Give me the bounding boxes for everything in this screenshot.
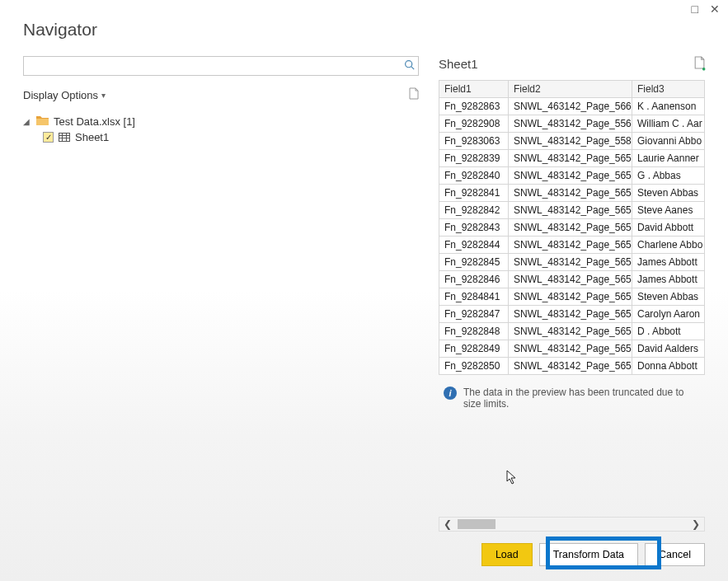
navigator-tree: ◢ Test Data.xlsx [1] ✓ Sheet1 xyxy=(23,114,419,145)
table-row[interactable]: Fn_9282908SNWL_483142_Page_5567William C… xyxy=(439,115,705,133)
column-header[interactable]: Field2 xyxy=(509,81,632,98)
table-cell: Steve Aanes xyxy=(632,202,705,219)
svg-rect-2 xyxy=(59,134,70,142)
table-row[interactable]: Fn_9282863SNWL_463142_Page_5661K . Aanen… xyxy=(439,98,705,115)
table-cell: James Abbott xyxy=(632,271,705,288)
preview-pane: Sheet1 ● Field1Field2Field3 Fn_9282863SN… xyxy=(439,56,705,532)
table-cell: Carolyn Aaron xyxy=(632,306,705,323)
search-icon[interactable] xyxy=(400,59,418,73)
table-cell: David Aalders xyxy=(632,340,705,358)
horizontal-scrollbar[interactable]: ❮ ❯ xyxy=(439,517,705,532)
table-cell: SNWL_483142_Page_5658 xyxy=(509,202,632,219)
table-cell: Fn_9282849 xyxy=(439,340,509,358)
table-row[interactable]: Fn_9282842SNWL_483142_Page_5658Steve Aan… xyxy=(439,202,705,219)
table-cell: Donna Abbott xyxy=(632,358,705,375)
scroll-right-icon[interactable]: ❯ xyxy=(688,518,704,530)
table-cell: K . Aanenson xyxy=(632,98,705,115)
table-cell: G . Abbas xyxy=(632,167,705,185)
table-cell: Steven Abbas xyxy=(632,288,705,306)
tree-root-node[interactable]: ◢ Test Data.xlsx [1] xyxy=(23,114,419,129)
table-row[interactable]: Fn_9282846SNWL_483142_Page_5658James Abb… xyxy=(439,271,705,288)
table-cell: Giovanni Abbo xyxy=(632,133,705,150)
svg-line-1 xyxy=(411,67,413,69)
table-cell: Fn_9282908 xyxy=(439,115,509,133)
mouse-cursor-icon xyxy=(506,470,518,488)
svg-point-0 xyxy=(405,61,411,68)
load-button[interactable]: Load xyxy=(481,543,533,566)
truncation-text: The data in the preview has been truncat… xyxy=(463,387,700,410)
table-cell: Fn_9282847 xyxy=(439,306,509,323)
column-header[interactable]: Field1 xyxy=(439,81,509,98)
table-icon xyxy=(59,133,70,142)
table-cell: Steven Abbas xyxy=(632,185,705,202)
table-cell: James Abbott xyxy=(632,254,705,271)
column-header[interactable]: Field3 xyxy=(632,81,705,98)
display-options-dropdown[interactable]: Display Options ▾ xyxy=(23,89,110,101)
table-cell: William C . Aar xyxy=(632,115,705,133)
table-cell: SNWL_483142_Page_5588 xyxy=(509,133,632,150)
tree-leaf-sheet1[interactable]: ✓ Sheet1 xyxy=(23,129,419,145)
table-cell: SNWL_483142_Page_5658 xyxy=(509,219,632,237)
table-cell: Fn_9282848 xyxy=(439,323,509,340)
table-cell: SNWL_483142_Page_5567 xyxy=(509,115,632,133)
table-row[interactable]: Fn_9282845SNWL_483142_Page_5658James Abb… xyxy=(439,254,705,271)
close-icon[interactable]: ✕ xyxy=(710,3,720,15)
table-cell: SNWL_483142_Page_5658 xyxy=(509,288,632,306)
table-row[interactable]: Fn_9284841SNWL_483142_Page_5658Steven Ab… xyxy=(439,288,705,306)
table-row[interactable]: Fn_9282843SNWL_483142_Page_5658David Abb… xyxy=(439,219,705,237)
table-row[interactable]: Fn_9283063SNWL_483142_Page_5588Giovanni … xyxy=(439,133,705,150)
dialog-title: Navigator xyxy=(23,20,97,40)
search-input[interactable] xyxy=(24,59,400,74)
scroll-thumb[interactable] xyxy=(458,519,496,529)
table-cell: Fn_9282840 xyxy=(439,167,509,185)
info-icon: i xyxy=(444,387,457,400)
scroll-left-icon[interactable]: ❮ xyxy=(439,518,456,530)
preview-table: Field1Field2Field3 Fn_9282863SNWL_463142… xyxy=(439,80,705,375)
table-cell: SNWL_463142_Page_5661 xyxy=(509,98,632,115)
table-row[interactable]: Fn_9282849SNWL_483142_Page_5659David Aal… xyxy=(439,340,705,358)
tree-leaf-label: Sheet1 xyxy=(75,131,109,143)
table-cell: SNWL_483142_Page_5658 xyxy=(509,150,632,167)
display-options-label: Display Options xyxy=(23,89,98,101)
table-cell: D . Abbott xyxy=(632,323,705,340)
checkbox-checked-icon[interactable]: ✓ xyxy=(43,132,54,143)
table-cell: Fn_9282839 xyxy=(439,150,509,167)
table-row[interactable]: Fn_9282841SNWL_483142_Page_5658Steven Ab… xyxy=(439,185,705,202)
maximize-icon[interactable]: □ xyxy=(692,3,698,15)
table-cell: SNWL_483142_Page_5659 xyxy=(509,323,632,340)
collapse-icon: ◢ xyxy=(23,117,31,126)
table-cell: Fn_9282841 xyxy=(439,185,509,202)
table-cell: SNWL_483142_Page_5658 xyxy=(509,185,632,202)
chevron-down-icon: ▾ xyxy=(101,91,110,100)
table-cell: SNWL_483142_Page_5658 xyxy=(509,237,632,254)
table-row[interactable]: Fn_9282847SNWL_483142_Page_5659Carolyn A… xyxy=(439,306,705,323)
transform-data-button[interactable]: Transform Data xyxy=(539,543,638,566)
table-cell: Fn_9282850 xyxy=(439,358,509,375)
table-cell: Fn_9282843 xyxy=(439,219,509,237)
refresh-icon[interactable]: ● xyxy=(693,56,705,72)
table-cell: SNWL_483142_Page_5659 xyxy=(509,306,632,323)
table-cell: Fn_9282845 xyxy=(439,254,509,271)
truncation-notice: i The data in the preview has been trunc… xyxy=(439,387,705,410)
table-cell: Fn_9284841 xyxy=(439,288,509,306)
table-cell: Charlene Abbo xyxy=(632,237,705,254)
cancel-button[interactable]: Cancel xyxy=(645,543,705,566)
table-cell: SNWL_483142_Page_5659 xyxy=(509,358,632,375)
table-cell: SNWL_483142_Page_5658 xyxy=(509,271,632,288)
table-cell: Fn_9283063 xyxy=(439,133,509,150)
table-row[interactable]: Fn_9282839SNWL_483142_Page_5658Laurie Aa… xyxy=(439,150,705,167)
table-cell: Fn_9282844 xyxy=(439,237,509,254)
table-row[interactable]: Fn_9282840SNWL_483142_Page_5658G . Abbas xyxy=(439,167,705,185)
search-box[interactable] xyxy=(23,56,419,76)
preview-title: Sheet1 xyxy=(439,57,478,71)
navigator-left-pane: Display Options ▾ ◢ Test Data.xlsx [1] ✓ xyxy=(23,56,419,532)
folder-icon xyxy=(36,115,49,128)
page-refresh-icon[interactable] xyxy=(408,87,419,102)
table-cell: David Abbott xyxy=(632,219,705,237)
table-cell: Fn_9282846 xyxy=(439,271,509,288)
table-row[interactable]: Fn_9282844SNWL_483142_Page_5658Charlene … xyxy=(439,237,705,254)
table-row[interactable]: Fn_9282848SNWL_483142_Page_5659D . Abbot… xyxy=(439,323,705,340)
table-cell: SNWL_483142_Page_5659 xyxy=(509,340,632,358)
table-row[interactable]: Fn_9282850SNWL_483142_Page_5659Donna Abb… xyxy=(439,358,705,375)
tree-root-label: Test Data.xlsx [1] xyxy=(54,115,135,128)
